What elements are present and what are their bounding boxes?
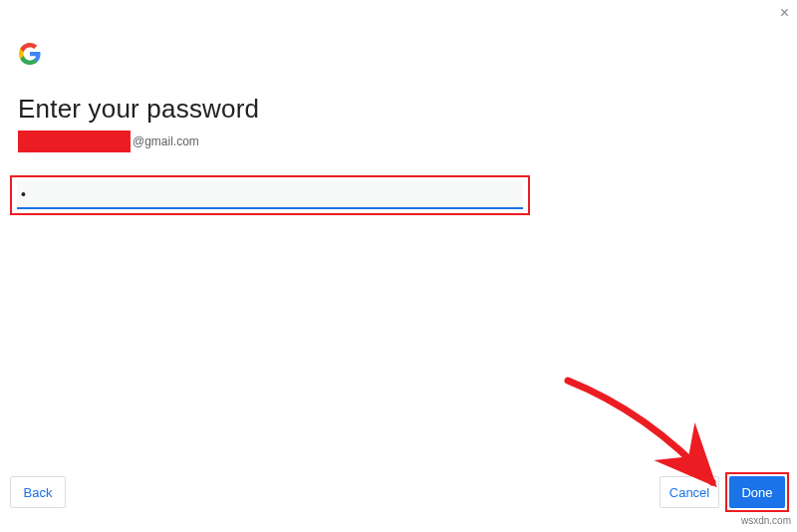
account-email: @gmail.com [18, 131, 199, 152]
done-button[interactable]: Done [729, 476, 785, 508]
back-button[interactable]: Back [10, 476, 66, 508]
action-bar: Back Cancel Done [0, 472, 797, 508]
password-input[interactable] [17, 181, 523, 209]
email-domain: @gmail.com [133, 134, 199, 148]
google-logo-icon [18, 42, 42, 66]
redacted-username [18, 131, 131, 152]
cancel-button[interactable]: Cancel [660, 476, 719, 508]
password-field-highlight [10, 175, 530, 215]
close-icon[interactable]: × [780, 4, 789, 22]
watermark: wsxdn.com [741, 515, 791, 526]
page-title: Enter your password [18, 94, 259, 125]
